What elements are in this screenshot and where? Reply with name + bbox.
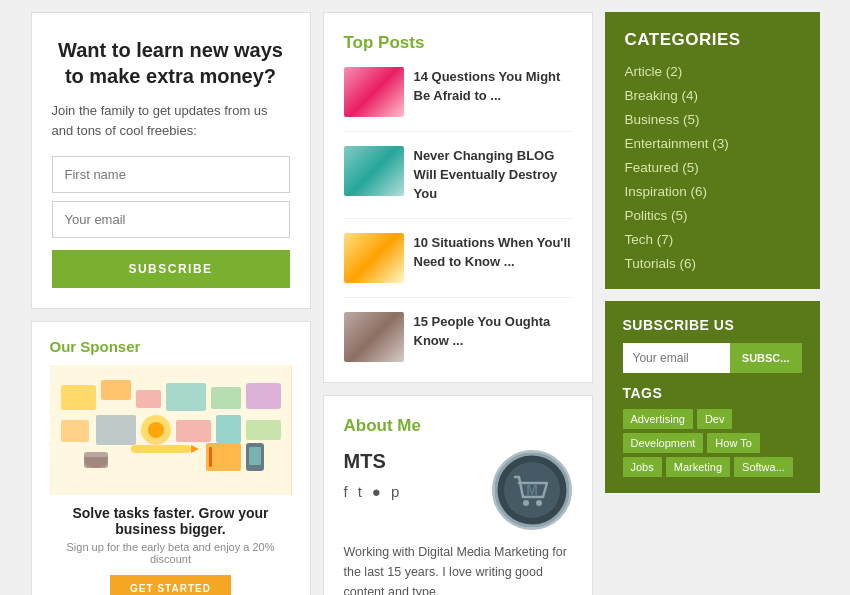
subscribe-heading: Want to learn new ways to make extra mon… <box>52 37 290 89</box>
svg-point-10 <box>148 422 164 438</box>
post-link-1[interactable]: 14 Questions You Might Be Afraid to ... <box>414 69 561 103</box>
category-tutorials[interactable]: Tutorials (6) <box>625 256 800 271</box>
post-link-4[interactable]: 15 People You Oughta Know ... <box>414 314 551 348</box>
post-thumb-4 <box>344 312 404 362</box>
about-text-side: MTS f t ● p <box>344 450 478 500</box>
subscribe-us-heading: SUBSCRIBE US <box>623 317 802 333</box>
post-thumb-1 <box>344 67 404 117</box>
tag-howto[interactable]: How To <box>707 433 759 453</box>
facebook-icon[interactable]: f <box>344 483 348 500</box>
tag-jobs[interactable]: Jobs <box>623 457 662 477</box>
subscribe-us-row: SUBSC... <box>623 343 802 373</box>
tags-heading: TAGS <box>623 385 802 401</box>
category-tech[interactable]: Tech (7) <box>625 232 800 247</box>
about-me-content: MTS f t ● p M <box>344 450 572 530</box>
tag-development[interactable]: Development <box>623 433 704 453</box>
post-thumb-2 <box>344 146 404 196</box>
about-name: MTS <box>344 450 478 473</box>
instagram-icon[interactable]: ● <box>372 483 381 500</box>
post-link-3[interactable]: 10 Situations When You'll Need to Know .… <box>414 235 571 269</box>
avatar: M <box>492 450 572 530</box>
subscribe-us-email-input[interactable] <box>623 343 730 373</box>
column-1: Want to learn new ways to make extra mon… <box>31 12 311 595</box>
post-thumb-3 <box>344 233 404 283</box>
column-2: Top Posts 14 Questions You Might Be Afra… <box>323 12 593 595</box>
category-featured[interactable]: Featured (5) <box>625 160 800 175</box>
svg-rect-22 <box>249 447 261 465</box>
tag-advertising[interactable]: Advertising <box>623 409 693 429</box>
category-business[interactable]: Business (5) <box>625 112 800 127</box>
svg-rect-8 <box>96 415 136 445</box>
svg-rect-12 <box>216 415 241 443</box>
svg-rect-1 <box>61 385 96 410</box>
sponsor-heading: Our Sponser <box>50 338 292 355</box>
tags-row: Advertising Dev Development How To Jobs … <box>623 409 802 477</box>
twitter-icon[interactable]: t <box>358 483 362 500</box>
post-info-2: Never Changing BLOG Will Eventually Dest… <box>414 146 572 204</box>
sponsor-widget: Our Sponser <box>31 321 311 595</box>
column-3: CATEGORIES Article (2) Breaking (4) Busi… <box>605 12 820 493</box>
svg-rect-11 <box>176 420 211 442</box>
svg-rect-4 <box>166 383 206 411</box>
category-entertainment[interactable]: Entertainment (3) <box>625 136 800 151</box>
post-item-2: Never Changing BLOG Will Eventually Dest… <box>344 146 572 219</box>
pinterest-icon[interactable]: p <box>391 483 399 500</box>
svg-rect-2 <box>101 380 131 400</box>
sponsor-tagline: Solve tasks faster. Grow your business b… <box>50 505 292 537</box>
post-info-3: 10 Situations When You'll Need to Know .… <box>414 233 572 271</box>
sponsor-image <box>50 365 292 495</box>
post-item-1: 14 Questions You Might Be Afraid to ... <box>344 67 572 132</box>
social-icons: f t ● p <box>344 483 478 500</box>
sponsor-sub: Sign up for the early beta and enjoy a 2… <box>50 541 292 565</box>
svg-rect-6 <box>246 383 281 409</box>
svg-point-25 <box>523 500 529 506</box>
subscribe-widget: Want to learn new ways to make extra mon… <box>31 12 311 309</box>
subscribe-us-button[interactable]: SUBSC... <box>730 343 802 373</box>
first-name-input[interactable] <box>52 156 290 193</box>
about-me-widget: About Me MTS f t ● p <box>323 395 593 595</box>
svg-rect-7 <box>61 420 89 442</box>
svg-rect-16 <box>84 452 108 457</box>
tag-dev[interactable]: Dev <box>697 409 733 429</box>
svg-text:M: M <box>526 482 538 498</box>
about-bio: Working with Digital Media Marketing for… <box>344 542 572 595</box>
sponsor-cta-button[interactable]: GET STARTED <box>110 575 231 595</box>
post-link-2[interactable]: Never Changing BLOG Will Eventually Dest… <box>414 148 558 201</box>
svg-point-26 <box>536 500 542 506</box>
category-article[interactable]: Article (2) <box>625 64 800 79</box>
tags-section: TAGS Advertising Dev Development How To … <box>623 385 802 477</box>
email-input[interactable] <box>52 201 290 238</box>
avatar-svg: M <box>495 453 569 527</box>
categories-heading: CATEGORIES <box>625 30 800 50</box>
svg-rect-13 <box>246 420 281 440</box>
tag-marketing[interactable]: Marketing <box>666 457 730 477</box>
top-posts-widget: Top Posts 14 Questions You Might Be Afra… <box>323 12 593 383</box>
subscribe-us-widget: SUBSCRIBE US SUBSC... TAGS Advertising D… <box>605 301 820 493</box>
post-item-4: 15 People You Oughta Know ... <box>344 312 572 362</box>
category-inspiration[interactable]: Inspiration (6) <box>625 184 800 199</box>
categories-widget: CATEGORIES Article (2) Breaking (4) Busi… <box>605 12 820 289</box>
top-posts-heading: Top Posts <box>344 33 572 53</box>
svg-rect-3 <box>136 390 161 408</box>
subscribe-subtext: Join the family to get updates from us a… <box>52 101 290 140</box>
svg-rect-17 <box>131 445 191 453</box>
category-politics[interactable]: Politics (5) <box>625 208 800 223</box>
svg-rect-5 <box>211 387 241 409</box>
sponsor-illustration-svg <box>51 365 291 495</box>
about-me-heading: About Me <box>344 416 572 436</box>
subscribe-button[interactable]: SUBSCRIBE <box>52 250 290 288</box>
category-breaking[interactable]: Breaking (4) <box>625 88 800 103</box>
post-info-1: 14 Questions You Might Be Afraid to ... <box>414 67 572 105</box>
svg-rect-20 <box>209 447 212 467</box>
tag-software[interactable]: Softwa... <box>734 457 793 477</box>
post-item-3: 10 Situations When You'll Need to Know .… <box>344 233 572 298</box>
post-info-4: 15 People You Oughta Know ... <box>414 312 572 350</box>
